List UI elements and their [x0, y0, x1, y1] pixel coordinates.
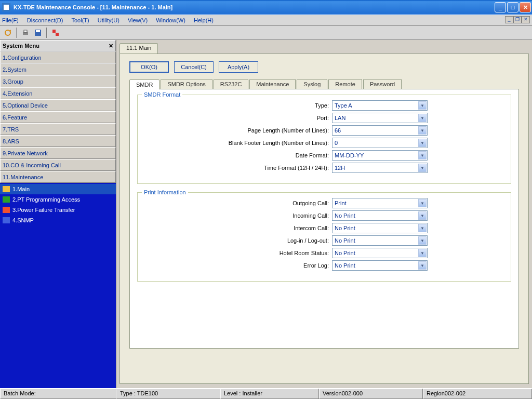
smdr-format-group: SMDR Format Type:Type A▼Port:LAN▼Page Le…	[137, 95, 511, 184]
sidebar-item[interactable]: 7.TRS	[0, 123, 116, 135]
sidebar-item[interactable]: 11.Maintenance	[0, 171, 116, 183]
inner-tab[interactable]: Remote	[328, 79, 362, 89]
menu-disconnect[interactable]: Disconnect(D)	[27, 17, 63, 23]
inner-tab[interactable]: RS232C	[214, 79, 249, 89]
sidebar-title-label: System Menu	[3, 43, 39, 49]
form-select[interactable]: 12H▼	[332, 163, 428, 173]
chevron-down-icon[interactable]: ▼	[418, 151, 427, 159]
inner-tab[interactable]: SMDR	[129, 79, 159, 89]
form-label: Hotel Room Status:	[145, 250, 332, 256]
form-select[interactable]: Print▼	[332, 198, 428, 208]
tree-item[interactable]: 4.SNMP	[0, 215, 116, 225]
select-value: No Print	[335, 262, 355, 269]
menu-file[interactable]: File(F)	[2, 17, 19, 23]
form-select[interactable]: Type A▼	[332, 100, 428, 111]
chevron-down-icon[interactable]: ▼	[418, 261, 427, 270]
form-select[interactable]: 66▼	[332, 125, 428, 136]
inner-tab[interactable]: Maintenance	[249, 79, 296, 89]
chevron-down-icon[interactable]: ▼	[418, 211, 427, 220]
form-row: Log-in / Log-out:No Print▼	[145, 235, 503, 246]
select-value: No Print	[335, 250, 355, 256]
form-select[interactable]: LAN▼	[332, 113, 428, 123]
sidebar-item[interactable]: 8.ARS	[0, 135, 116, 147]
mdi-restore-button[interactable]: ❐	[513, 16, 522, 23]
mdi-close-button[interactable]: ✕	[522, 16, 530, 23]
close-button[interactable]: ✕	[520, 2, 531, 12]
chevron-down-icon[interactable]: ▼	[418, 101, 427, 110]
form-row: Outgoing Call:Print▼	[145, 198, 503, 208]
tree-item[interactable]: 2.PT Programming Access	[0, 194, 116, 205]
print-info-group: Print Information Outgoing Call:Print▼In…	[137, 192, 511, 282]
chevron-down-icon[interactable]: ▼	[418, 139, 427, 147]
toolbar	[0, 26, 532, 40]
select-value: Print	[335, 200, 347, 206]
cancel-button[interactable]: Cancel(C)	[174, 61, 214, 73]
menu-window[interactable]: Window(W)	[156, 17, 185, 23]
maximize-button[interactable]: □	[507, 2, 518, 12]
form-label: Date Format:	[145, 152, 332, 158]
chevron-down-icon[interactable]: ▼	[418, 224, 427, 232]
chevron-down-icon[interactable]: ▼	[418, 236, 427, 245]
select-value: Type A	[335, 102, 352, 109]
form-select[interactable]: MM-DD-YY▼	[332, 150, 428, 161]
inner-tab[interactable]: Password	[363, 79, 402, 89]
sidebar-item[interactable]: 4.Extension	[0, 87, 116, 99]
file-tab[interactable]: 11.1 Main	[119, 43, 158, 54]
form-select[interactable]: No Print▼	[332, 260, 428, 271]
sidebar-item[interactable]: 5.Optional Device	[0, 99, 116, 111]
tools-icon[interactable]	[50, 27, 61, 38]
select-value: 0	[335, 140, 338, 146]
menu-tool[interactable]: Tool(T)	[71, 17, 89, 23]
menu-help[interactable]: Help(H)	[194, 17, 214, 23]
form-label: Outgoing Call:	[145, 200, 332, 206]
menubar: File(F) Disconnect(D) Tool(T) Utility(U)…	[0, 15, 532, 26]
sidebar-item[interactable]: 3.Group	[0, 75, 116, 87]
sidebar-item[interactable]: 10.CO & Incoming Call	[0, 159, 116, 171]
form-row: Page Length (Number of Lines):66▼	[145, 125, 503, 136]
form-select[interactable]: No Print▼	[332, 210, 428, 221]
form-row: Port:LAN▼	[145, 113, 503, 123]
svg-rect-8	[56, 33, 59, 36]
form-row: Incoming Call:No Print▼	[145, 210, 503, 221]
print-icon[interactable]	[20, 27, 31, 38]
menu-view[interactable]: View(V)	[128, 17, 148, 23]
sidebar-subtree: 1.Main2.PT Programming Access3.Power Fai…	[0, 183, 116, 388]
svg-rect-7	[52, 30, 56, 33]
form-label: Intercom Call:	[145, 225, 332, 231]
ok-button[interactable]: OK(O)	[129, 61, 169, 73]
inner-tab[interactable]: Syslog	[297, 79, 327, 89]
sidebar-item[interactable]: 9.Private Network	[0, 147, 116, 159]
form-select[interactable]: No Print▼	[332, 235, 428, 246]
sidebar-item[interactable]: 2.System	[0, 63, 116, 75]
chevron-down-icon[interactable]: ▼	[418, 199, 427, 207]
form-label: Port:	[145, 115, 332, 121]
inner-tab[interactable]: SMDR Options	[161, 79, 212, 89]
tree-item-label: 2.PT Programming Access	[12, 196, 80, 203]
mdi-minimize-button[interactable]: _	[505, 16, 513, 23]
sidebar-close-icon[interactable]: ✕	[109, 43, 113, 49]
tree-item[interactable]: 1.Main	[0, 184, 116, 194]
select-value: LAN	[335, 115, 345, 121]
form-label: Blank Footer Length (Number of Lines):	[145, 140, 332, 146]
chevron-down-icon[interactable]: ▼	[418, 249, 427, 257]
svg-rect-10	[3, 196, 10, 203]
save-icon[interactable]	[32, 27, 44, 38]
form-select[interactable]: No Print▼	[332, 248, 428, 258]
minimize-button[interactable]: _	[495, 2, 506, 12]
chevron-down-icon[interactable]: ▼	[418, 164, 427, 172]
sidebar-item[interactable]: 6.Feature	[0, 111, 116, 123]
chevron-down-icon[interactable]: ▼	[418, 126, 427, 135]
svg-rect-12	[3, 217, 10, 223]
form-select[interactable]: 0▼	[332, 138, 428, 148]
tree-item[interactable]: 3.Power Failure Transfer	[0, 205, 116, 215]
sidebar-item[interactable]: 1.Configuration	[0, 51, 116, 63]
svg-rect-11	[3, 207, 10, 213]
svg-rect-4	[24, 30, 27, 32]
form-select[interactable]: No Print▼	[332, 223, 428, 233]
menu-utility[interactable]: Utility(U)	[98, 17, 119, 23]
refresh-icon[interactable]	[2, 27, 14, 38]
apply-button[interactable]: Apply(A)	[219, 61, 258, 73]
form-label: Type:	[145, 102, 332, 109]
chevron-down-icon[interactable]: ▼	[418, 114, 427, 122]
status-batch: Batch Mode:	[0, 389, 116, 399]
